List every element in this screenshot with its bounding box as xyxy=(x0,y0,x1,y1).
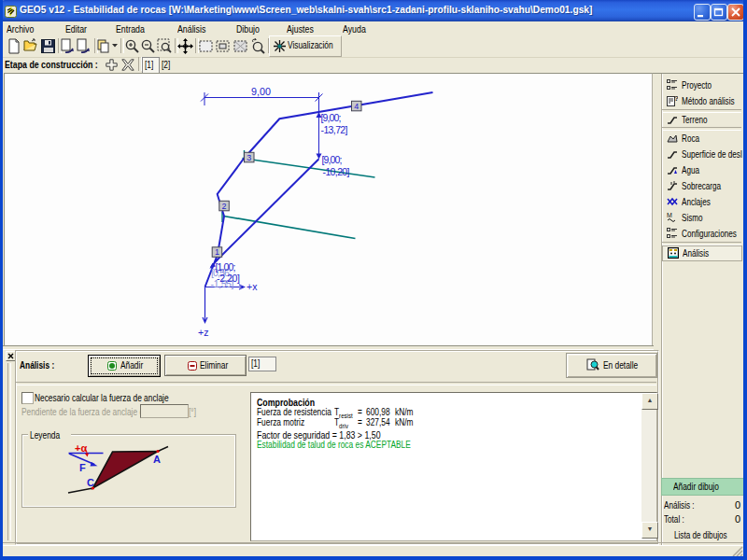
svg-text:[1,00;: [1,00; xyxy=(216,261,236,273)
svg-text:+z: +z xyxy=(198,327,208,338)
svg-text:F: F xyxy=(79,462,86,473)
svg-text:+x: +x xyxy=(247,281,258,292)
svg-text:?: ? xyxy=(674,95,678,103)
svg-text:2: 2 xyxy=(221,202,226,211)
svg-text:4: 4 xyxy=(354,102,359,111)
svg-text:1: 1 xyxy=(215,247,219,257)
svg-text:[9,00;: [9,00; xyxy=(322,154,343,165)
svg-text:-10,20]: -10,20] xyxy=(323,166,350,177)
svg-text:C: C xyxy=(87,477,94,488)
svg-text:M: M xyxy=(667,212,672,218)
svg-text:+α: +α xyxy=(75,442,87,454)
svg-text:-13,72]: -13,72] xyxy=(321,124,348,135)
svg-text:3: 3 xyxy=(247,153,251,162)
svg-text:A: A xyxy=(153,454,161,465)
svg-text:[9,00;: [9,00; xyxy=(321,112,342,123)
svg-text:9,00: 9,00 xyxy=(251,86,271,97)
svg-text:-2,20]: -2,20] xyxy=(217,273,240,284)
